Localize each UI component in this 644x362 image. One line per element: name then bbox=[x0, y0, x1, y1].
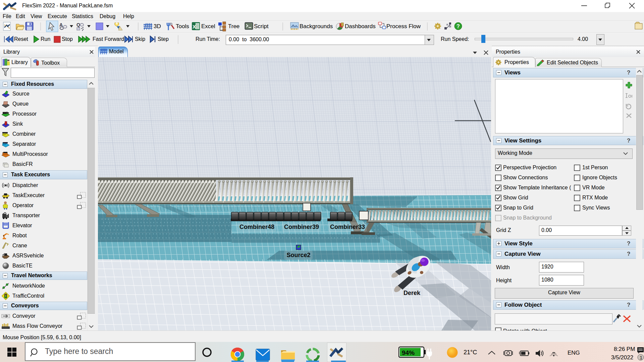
svg-text:Combiner48: Combiner48 bbox=[239, 224, 274, 230]
svg-text:X: X bbox=[193, 24, 196, 29]
svg-text:3D: 3D bbox=[154, 23, 161, 29]
svg-text:Process Flow: Process Flow bbox=[386, 23, 421, 29]
svg-text:Excel: Excel bbox=[201, 23, 215, 29]
svg-text:Backgrounds: Backgrounds bbox=[300, 23, 333, 29]
svg-text:Derek: Derek bbox=[404, 290, 421, 296]
svg-text:Combiner39: Combiner39 bbox=[284, 224, 319, 230]
svg-text:94%: 94% bbox=[402, 349, 415, 356]
svg-text:Tree: Tree bbox=[228, 23, 239, 29]
svg-text:?: ? bbox=[457, 23, 460, 29]
svg-text:Q: Q bbox=[76, 22, 80, 27]
svg-text:Combiner33: Combiner33 bbox=[330, 224, 365, 230]
svg-text:Source2: Source2 bbox=[286, 252, 310, 258]
svg-text:Dashboards: Dashboards bbox=[345, 23, 376, 29]
svg-text:1: 1 bbox=[640, 355, 642, 360]
svg-text:Script: Script bbox=[254, 23, 269, 29]
svg-text:Tools: Tools bbox=[176, 23, 189, 29]
